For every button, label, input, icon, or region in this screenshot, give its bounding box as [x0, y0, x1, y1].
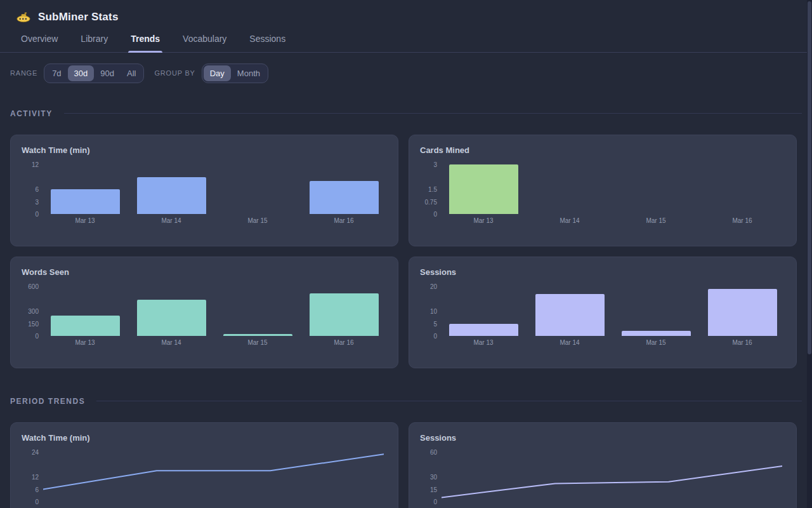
chart-card-activity-watch-time: Watch Time (min)12630Mar 13Mar 14Mar 15M…	[10, 135, 398, 246]
section-title: PERIOD TRENDS	[10, 397, 85, 406]
bar-mar-16[interactable]	[310, 293, 379, 336]
y-axis-tick-label: 15	[409, 486, 437, 494]
chart-title: Words Seen	[22, 267, 69, 277]
chart-title: Watch Time (min)	[22, 145, 90, 155]
x-axis-label: Mar 13	[42, 217, 128, 224]
y-axis-tick-label: 1.5	[409, 185, 437, 194]
y-axis-tick-label: 600	[11, 283, 39, 291]
app-brand: SubMiner Stats	[0, 0, 812, 24]
tab-sessions[interactable]: Sessions	[248, 34, 287, 52]
scrollbar-track[interactable]	[807, 0, 812, 508]
y-axis-tick-label: 0	[11, 332, 39, 340]
y-axis-tick-label: 0.75	[409, 198, 437, 206]
range-option-7d[interactable]: 7d	[46, 65, 67, 81]
tab-library[interactable]: Library	[79, 34, 109, 52]
bar-mar-14[interactable]	[137, 177, 206, 215]
tab-overview[interactable]: Overview	[20, 34, 59, 52]
bar-mar-14[interactable]	[535, 294, 605, 336]
bar-mar-13[interactable]	[51, 316, 120, 337]
y-axis-tick-label: 5	[409, 320, 437, 328]
y-axis-tick-label: 10	[409, 307, 437, 316]
submarine-icon	[16, 11, 30, 23]
y-axis-tick-label: 60	[409, 448, 437, 457]
x-axis-label: Mar 15	[214, 339, 301, 346]
y-axis-tick-label: 0	[409, 498, 437, 506]
group-option-month[interactable]: Month	[231, 65, 266, 81]
x-axis-label: Mar 13	[440, 217, 527, 224]
x-axis-label: Mar 14	[527, 217, 613, 224]
bar-mar-13[interactable]	[449, 164, 518, 214]
y-axis-tick-label: 0	[11, 210, 39, 218]
section-header-activity: ACTIVITY	[10, 109, 802, 118]
range-option-30d[interactable]: 30d	[68, 65, 95, 81]
y-axis-tick-label: 20	[409, 283, 437, 291]
tab-bar: Overview Library Trends Vocabulary Sessi…	[0, 34, 812, 53]
y-axis-tick-label: 3	[11, 198, 39, 206]
y-axis-tick-label: 3	[409, 161, 437, 169]
x-axis-label: Mar 15	[613, 339, 699, 346]
range-segmented-control: 7d 30d 90d All	[44, 64, 144, 83]
x-axis-label: Mar 14	[128, 217, 214, 224]
range-option-all[interactable]: All	[121, 65, 142, 81]
section-title: ACTIVITY	[10, 109, 53, 118]
chart-card-activity-cards-mined: Cards Mined31.50.750Mar 13Mar 14Mar 15Ma…	[409, 135, 797, 246]
bar-mar-16[interactable]	[708, 289, 777, 336]
tab-trends[interactable]: Trends	[129, 34, 161, 52]
section-header-period-trends: PERIOD TRENDS	[10, 396, 802, 406]
bar-mar-13[interactable]	[51, 189, 120, 214]
period-trends-chart-grid: Watch Time (min)241260Sessions6030150	[10, 422, 812, 508]
y-axis-tick-label: 12	[11, 473, 39, 481]
bar-mar-15[interactable]	[223, 334, 292, 336]
y-axis-tick-label: 0	[409, 332, 437, 340]
chart-title: Cards Mined	[420, 145, 469, 155]
range-label: RANGE	[10, 69, 37, 77]
x-axis-label: Mar 16	[301, 339, 387, 346]
trends-page: SubMiner Stats Overview Library Trends V…	[0, 0, 812, 508]
trend-line-trend-watch-time	[43, 423, 384, 507]
y-axis-tick-label: 300	[11, 307, 39, 316]
y-axis-tick-label: 6	[11, 185, 39, 194]
filter-bar: RANGE 7d 30d 90d All GROUP BY Day Month	[10, 63, 812, 83]
y-axis-tick-label: 0	[11, 498, 39, 506]
x-axis-label: Mar 15	[613, 217, 699, 224]
bar-mar-16[interactable]	[310, 181, 379, 214]
scrollbar-thumb[interactable]	[808, 1, 811, 354]
y-axis-tick-label: 6	[11, 486, 39, 494]
x-axis-label: Mar 16	[699, 217, 785, 224]
group-by-segmented-control: Day Month	[202, 64, 268, 83]
section-divider	[64, 113, 802, 114]
bar-mar-13[interactable]	[449, 324, 518, 337]
bar-mar-14[interactable]	[137, 300, 206, 336]
y-axis-tick-label: 150	[11, 320, 39, 328]
x-axis-label: Mar 13	[42, 339, 128, 346]
y-axis-tick-label: 12	[11, 161, 39, 169]
section-divider	[96, 401, 802, 401]
activity-chart-grid: Watch Time (min)12630Mar 13Mar 14Mar 15M…	[10, 135, 812, 368]
trend-line-trend-sessions	[442, 423, 782, 507]
chart-card-trend-sessions: Sessions6030150	[409, 422, 797, 508]
tab-vocabulary[interactable]: Vocabulary	[181, 34, 228, 52]
y-axis-tick-label: 30	[409, 473, 437, 481]
x-axis-label: Mar 13	[440, 339, 527, 346]
y-axis-tick-label: 0	[409, 210, 437, 218]
group-option-day[interactable]: Day	[204, 65, 231, 81]
x-axis-label: Mar 14	[527, 339, 613, 346]
range-option-90d[interactable]: 90d	[94, 65, 121, 81]
x-axis-label: Mar 16	[301, 217, 387, 224]
chart-card-trend-watch-time: Watch Time (min)241260	[10, 422, 398, 508]
chart-card-activity-sessions: Sessions201050Mar 13Mar 14Mar 15Mar 16	[409, 257, 797, 368]
app-title: SubMiner Stats	[38, 11, 119, 23]
x-axis-label: Mar 16	[699, 339, 785, 346]
x-axis-label: Mar 14	[128, 339, 214, 346]
group-by-label: GROUP BY	[154, 69, 195, 77]
bar-mar-15[interactable]	[622, 331, 691, 336]
y-axis-tick-label: 24	[11, 448, 39, 457]
x-axis-label: Mar 15	[214, 217, 301, 224]
chart-title: Sessions	[420, 267, 456, 277]
chart-card-activity-words-seen: Words Seen6003001500Mar 13Mar 14Mar 15Ma…	[10, 257, 398, 368]
